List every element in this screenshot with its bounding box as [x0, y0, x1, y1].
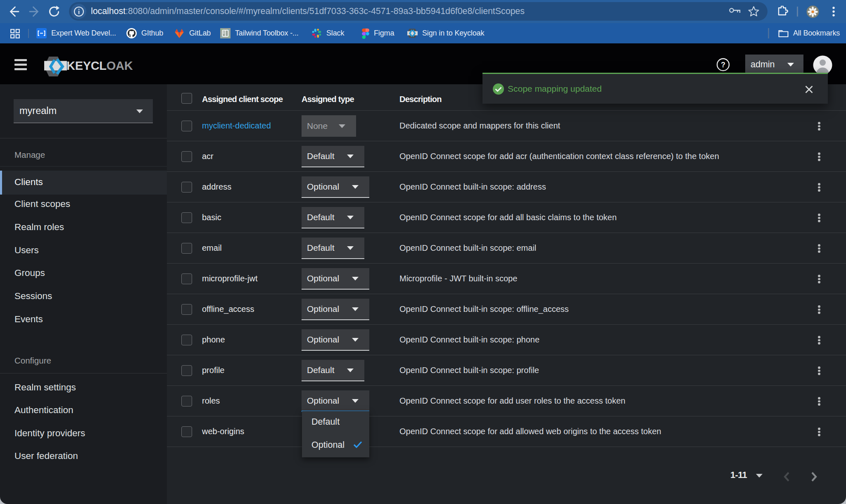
- svg-text:?: ?: [721, 61, 725, 69]
